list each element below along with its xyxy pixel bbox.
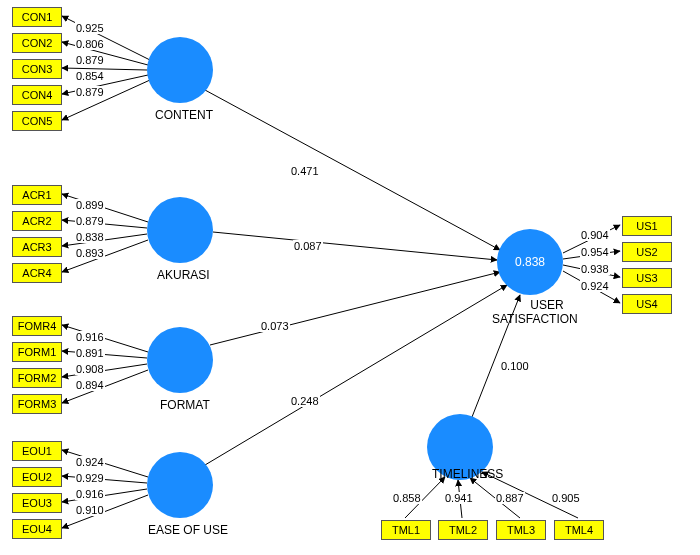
latent-user-satisfaction: 0.838 (497, 229, 563, 295)
ind-tml3: TML3 (496, 520, 546, 540)
ind-us4: US4 (622, 294, 672, 314)
load-con2: 0.806 (75, 38, 105, 50)
svg-line-27 (210, 272, 500, 345)
latent-format (147, 327, 213, 393)
load-tml2: 0.941 (444, 492, 474, 504)
load-acr3: 0.838 (75, 231, 105, 243)
load-fomr4: 0.916 (75, 331, 105, 343)
ind-tml1: TML1 (381, 520, 431, 540)
ind-form2: FORM2 (12, 368, 62, 388)
latent-content (147, 37, 213, 103)
load-tml3: 0.887 (495, 492, 525, 504)
load-eou3: 0.916 (75, 488, 105, 500)
ind-fomr4: FOMR4 (12, 316, 62, 336)
ind-form3: FORM3 (12, 394, 62, 414)
load-con5: 0.879 (75, 86, 105, 98)
r2-user-satisfaction: 0.838 (515, 255, 545, 269)
load-eou2: 0.929 (75, 472, 105, 484)
load-con4: 0.854 (75, 70, 105, 82)
ind-con1: CON1 (12, 7, 62, 27)
path-content-us: 0.471 (290, 165, 320, 177)
load-eou4: 0.910 (75, 504, 105, 516)
latent-akurasi (147, 197, 213, 263)
ind-acr4: ACR4 (12, 263, 62, 283)
svg-line-26 (213, 232, 497, 260)
label-user-satisfaction: USER SATISFACTION (516, 298, 578, 326)
ind-tml4: TML4 (554, 520, 604, 540)
ind-form1: FORM1 (12, 342, 62, 362)
ind-eou3: EOU3 (12, 493, 62, 513)
load-con3: 0.879 (75, 54, 105, 66)
latent-ease-of-use (147, 452, 213, 518)
load-us2: 0.954 (580, 246, 610, 258)
load-us4: 0.924 (580, 280, 610, 292)
load-us3: 0.938 (580, 263, 610, 275)
load-acr4: 0.893 (75, 247, 105, 259)
ind-acr3: ACR3 (12, 237, 62, 257)
load-eou1: 0.924 (75, 456, 105, 468)
load-tml1: 0.858 (392, 492, 422, 504)
connectors (0, 0, 700, 555)
label-format: FORMAT (160, 398, 210, 412)
load-us1: 0.904 (580, 229, 610, 241)
path-format-us: 0.073 (260, 320, 290, 332)
label-us-line1: USER (530, 298, 563, 312)
load-con1: 0.925 (75, 22, 105, 34)
path-akurasi-us: 0.087 (293, 240, 323, 252)
label-timeliness: TIMELINESS (432, 467, 503, 481)
load-acr2: 0.879 (75, 215, 105, 227)
load-acr1: 0.899 (75, 199, 105, 211)
ind-acr2: ACR2 (12, 211, 62, 231)
ind-eou2: EOU2 (12, 467, 62, 487)
path-eou-us: 0.248 (290, 395, 320, 407)
svg-line-25 (205, 90, 500, 250)
load-form1: 0.891 (75, 347, 105, 359)
path-diagram: CONTENT AKURASI FORMAT EASE OF USE TIMEL… (0, 0, 700, 555)
ind-us2: US2 (622, 242, 672, 262)
path-timeliness-us: 0.100 (500, 360, 530, 372)
ind-eou1: EOU1 (12, 441, 62, 461)
label-ease-of-use: EASE OF USE (148, 523, 228, 537)
load-form2: 0.908 (75, 363, 105, 375)
ind-eou4: EOU4 (12, 519, 62, 539)
ind-con5: CON5 (12, 111, 62, 131)
label-content: CONTENT (155, 108, 213, 122)
ind-tml2: TML2 (438, 520, 488, 540)
load-tml4: 0.905 (551, 492, 581, 504)
label-us-line2: SATISFACTION (492, 312, 578, 326)
ind-con4: CON4 (12, 85, 62, 105)
ind-con3: CON3 (12, 59, 62, 79)
load-form3: 0.894 (75, 379, 105, 391)
ind-con2: CON2 (12, 33, 62, 53)
ind-acr1: ACR1 (12, 185, 62, 205)
ind-us3: US3 (622, 268, 672, 288)
ind-us1: US1 (622, 216, 672, 236)
label-akurasi: AKURASI (157, 268, 210, 282)
